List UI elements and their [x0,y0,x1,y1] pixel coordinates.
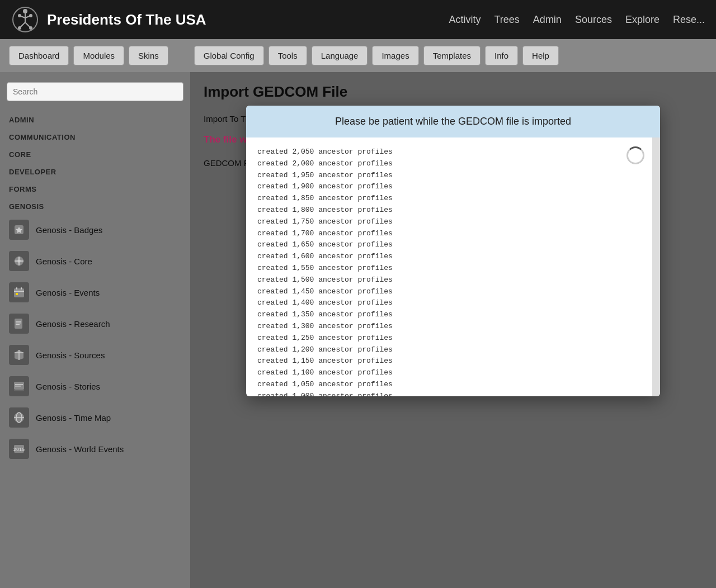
import-progress-modal: Please be patient while the GEDCOM file … [246,106,660,396]
sidebar-item-genosis-research[interactable]: Genosis - Research [0,308,190,339]
svg-rect-26 [16,323,21,324]
log-line: created 1,150 ancestor profiles [257,355,607,367]
sidebar-item-genosis-time-map[interactable]: Genosis - Time Map [0,402,190,433]
toolbar-info[interactable]: Info [485,46,518,65]
log-line: created 1,900 ancestor profiles [257,181,607,193]
svg-rect-25 [16,321,21,322]
nav-admin[interactable]: Admin [533,14,562,26]
toolbar: Dashboard Modules Skins Global Config To… [0,39,716,72]
main-content: Import GEDCOM File Import To Tree Presid… [190,72,716,588]
sidebar-item-genosis-stories[interactable]: Genosis - Stories [0,371,190,402]
sidebar-section-forms: FORMS [0,179,190,197]
svg-rect-30 [15,384,23,385]
sidebar-item-genosis-events[interactable]: Genosis - Events [0,277,190,308]
toolbar-tools[interactable]: Tools [268,46,307,65]
log-line: created 1,300 ancestor profiles [257,321,607,333]
nav-explore[interactable]: Explore [625,14,660,26]
sidebar-section-communication: COMMUNICATION [0,127,190,145]
badges-icon [9,220,29,240]
research-icon [9,314,29,334]
log-line: created 1,050 ancestor profiles [257,379,607,391]
nav-links: Activity Trees Admin Sources Explore Res… [449,14,705,26]
sidebar-item-genosis-sources[interactable]: Genosis - Sources [0,339,190,371]
svg-rect-22 [21,287,22,290]
events-icon [9,282,29,302]
sources-icon [9,345,29,365]
svg-text:2015: 2015 [13,447,25,452]
nav-brand: Presidents Of The USA [11,6,206,34]
log-line: created 1,100 ancestor profiles [257,367,607,379]
sidebar-section-genosis: GENOSIS [0,197,190,214]
toolbar-language[interactable]: Language [312,46,368,65]
sidebar-item-genosis-badges[interactable]: Genosis - Badges [0,214,190,245]
nav-trees[interactable]: Trees [494,14,520,26]
svg-point-1 [23,9,27,13]
loading-spinner [626,146,644,164]
log-line: created 1,400 ancestor profiles [257,297,607,309]
modal-scrollbar[interactable] [652,137,660,396]
toolbar-dashboard[interactable]: Dashboard [9,46,69,65]
toolbar-images[interactable]: Images [372,46,418,65]
svg-point-8 [29,26,32,30]
sidebar-item-genosis-world-events[interactable]: 2015 Genosis - World Events [0,433,190,464]
search-input[interactable] [7,82,183,101]
log-line: created 1,850 ancestor profiles [257,193,607,205]
main-layout: ADMIN COMMUNICATION CORE DEVELOPER FORMS… [0,72,716,588]
sidebar-item-label: Genosis - Research [36,319,110,329]
toolbar-templates[interactable]: Templates [423,46,481,65]
svg-rect-21 [16,287,17,290]
logo-icon [11,6,39,34]
toolbar-global-config[interactable]: Global Config [194,46,264,65]
log-line: created 2,000 ancestor profiles [257,158,607,170]
sidebar-section-admin: ADMIN [0,110,190,127]
log-line: created 1,700 ancestor profiles [257,228,607,240]
toolbar-skins[interactable]: Skins [129,46,168,65]
sidebar-section-developer: DEVELOPER [0,162,190,179]
sidebar-item-label: Genosis - World Events [36,444,124,454]
svg-rect-20 [14,291,24,292]
stories-icon [9,376,29,396]
sidebar: ADMIN COMMUNICATION CORE DEVELOPER FORMS… [0,72,190,588]
modal-header: Please be patient while the GEDCOM file … [246,106,660,137]
nav-rese[interactable]: Rese... [673,14,705,26]
log-line: created 1,950 ancestor profiles [257,170,607,182]
log-line: created 1,750 ancestor profiles [257,216,607,228]
sidebar-search-container [7,82,183,101]
sidebar-item-label: Genosis - Badges [36,225,102,235]
top-nav: Presidents Of The USA Activity Trees Adm… [0,0,716,39]
modal-log: created 2,050 ancestor profilescreated 2… [246,137,619,396]
toolbar-help[interactable]: Help [522,46,559,65]
sidebar-item-label: Genosis - Time Map [36,413,111,423]
nav-sources[interactable]: Sources [575,14,612,26]
log-line: created 1,450 ancestor profiles [257,286,607,298]
site-title: Presidents Of The USA [47,11,206,29]
svg-rect-19 [14,288,24,297]
sidebar-item-label: Genosis - Sources [36,350,105,360]
sidebar-item-genosis-core[interactable]: Genosis - Core [0,245,190,277]
log-line: created 1,650 ancestor profiles [257,239,607,251]
log-line: created 1,250 ancestor profiles [257,333,607,344]
log-line: created 1,000 ancestor profiles [257,391,607,396]
log-line: created 1,800 ancestor profiles [257,205,607,216]
svg-rect-27 [16,324,20,325]
svg-point-7 [18,26,21,30]
sidebar-item-label: Genosis - Events [36,288,100,297]
svg-point-9 [18,14,21,17]
log-line: created 1,350 ancestor profiles [257,309,607,321]
svg-rect-23 [16,293,18,295]
log-line: created 1,200 ancestor profiles [257,344,607,356]
log-line: created 1,600 ancestor profiles [257,251,607,263]
sidebar-item-label: Genosis - Core [36,257,92,266]
time-map-icon [9,407,29,428]
core-icon [9,251,29,271]
modal-body: created 2,050 ancestor profilescreated 2… [246,137,660,396]
log-line: created 1,500 ancestor profiles [257,274,607,286]
toolbar-modules[interactable]: Modules [73,46,124,65]
modal-overlay: Please be patient while the GEDCOM file … [190,72,716,588]
svg-rect-29 [14,390,24,391]
sidebar-section-core: CORE [0,145,190,162]
sidebar-item-label: Genosis - Stories [36,382,100,391]
log-line: created 1,550 ancestor profiles [257,263,607,274]
nav-activity[interactable]: Activity [449,14,481,26]
svg-rect-24 [15,319,22,329]
